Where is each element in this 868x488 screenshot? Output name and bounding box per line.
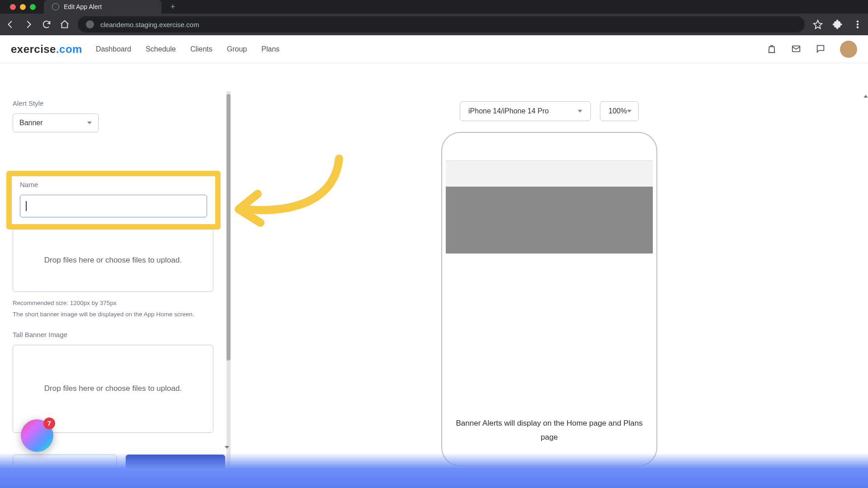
name-label: Name — [20, 181, 207, 188]
name-input[interactable] — [20, 195, 207, 217]
alert-style-value: Banner — [19, 119, 43, 127]
scrollbar-thumb[interactable] — [226, 94, 231, 361]
scroll-up-arrow-icon[interactable] — [863, 95, 867, 99]
nav-dashboard[interactable]: Dashboard — [96, 45, 131, 53]
helper-short-desc: The short banner image will be displayed… — [13, 310, 218, 320]
svg-point-0 — [857, 21, 859, 23]
short-banner-section: Short Banner Image Drop files here or ch… — [13, 215, 218, 320]
phone-status-bar — [446, 136, 653, 161]
dropzone-text-tall: Drop files here or choose files to uploa… — [44, 384, 182, 393]
zoom-select[interactable]: 100% — [600, 101, 639, 121]
chevron-down-icon — [627, 110, 632, 113]
new-tab-button[interactable]: + — [170, 2, 175, 12]
main-layout: Alert Style Banner Short Banner Image Dr… — [0, 91, 868, 466]
url-text: cleandemo.staging.exercise.com — [100, 21, 199, 28]
site-info-icon[interactable] — [86, 20, 94, 28]
reload-icon[interactable] — [42, 19, 52, 29]
helper-recommended-size: Recommended size: 1200px by 375px — [13, 298, 218, 309]
phone-screen: Banner Alerts will display on the Home p… — [446, 136, 653, 462]
extensions-icon[interactable] — [833, 19, 843, 29]
nav-group[interactable]: Group — [227, 45, 247, 53]
bottom-gradient-bar — [0, 453, 868, 488]
phone-help-message: Banner Alerts will display on the Home p… — [446, 417, 653, 444]
tab-title: Edit App Alert — [64, 3, 102, 10]
preview-pane: iPhone 14/iPhone 14 Pro 100% Banner Aler… — [231, 91, 868, 466]
svg-point-1 — [857, 23, 859, 25]
alert-style-field: Alert Style Banner — [13, 99, 218, 132]
phone-tall-banner-placeholder — [446, 187, 653, 253]
star-icon[interactable] — [813, 19, 823, 29]
scroll-down-arrow-icon[interactable] — [225, 445, 229, 449]
name-field-highlight: Name — [6, 171, 221, 230]
text-caret — [26, 201, 27, 211]
top-nav: Dashboard Schedule Clients Group Plans — [96, 45, 279, 53]
browser-tab[interactable]: Edit App Alert — [44, 0, 161, 14]
maximize-window-icon[interactable] — [30, 4, 36, 10]
forward-icon[interactable] — [24, 19, 33, 29]
menu-icon[interactable] — [853, 19, 863, 29]
tall-banner-label: Tall Banner Image — [13, 331, 218, 338]
minimize-window-icon[interactable] — [20, 4, 26, 10]
globe-icon — [52, 3, 59, 10]
avatar[interactable] — [840, 41, 857, 58]
svg-point-2 — [857, 27, 859, 28]
logo-text-left: exercise — [11, 43, 56, 55]
nav-plans[interactable]: Plans — [261, 45, 279, 53]
app-header: exercise.com Dashboard Schedule Clients … — [0, 35, 868, 63]
zoom-value: 100% — [609, 107, 627, 115]
close-window-icon[interactable] — [10, 4, 16, 10]
chevron-down-icon — [87, 122, 92, 124]
browser-toolbar: cleandemo.staging.exercise.com — [0, 14, 868, 35]
app-viewport: exercise.com Dashboard Schedule Clients … — [0, 35, 868, 488]
shopping-bag-icon[interactable] — [767, 44, 778, 55]
window-controls[interactable] — [2, 4, 44, 10]
device-select[interactable]: iPhone 14/iPhone 14 Pro — [460, 101, 591, 121]
phone-short-banner-placeholder — [446, 161, 653, 187]
logo-text-right: .com — [56, 43, 82, 55]
nav-schedule[interactable]: Schedule — [146, 45, 176, 53]
short-banner-dropzone[interactable]: Drop files here or choose files to uploa… — [13, 229, 213, 292]
browser-chrome: Edit App Alert + cleandemo.staging.exerc… — [0, 0, 868, 35]
tall-banner-dropzone[interactable]: Drop files here or choose files to uploa… — [13, 345, 213, 433]
logo[interactable]: exercise.com — [11, 43, 82, 56]
phone-frame: Banner Alerts will display on the Home p… — [441, 132, 657, 466]
chevron-down-icon — [578, 110, 582, 113]
dropzone-text: Drop files here or choose files to uploa… — [44, 256, 182, 265]
tall-banner-section: Tall Banner Image Drop files here or cho… — [13, 331, 218, 433]
home-icon[interactable] — [60, 19, 70, 29]
alert-style-select[interactable]: Banner — [13, 113, 99, 132]
nav-clients[interactable]: Clients — [190, 45, 212, 53]
mail-icon[interactable] — [791, 44, 802, 55]
form-sidebar: Alert Style Banner Short Banner Image Dr… — [0, 91, 231, 466]
back-icon[interactable] — [5, 19, 15, 29]
address-bar[interactable]: cleandemo.staging.exercise.com — [78, 16, 805, 33]
alert-style-label: Alert Style — [13, 99, 218, 107]
tab-strip: Edit App Alert + — [0, 0, 868, 14]
chat-icon[interactable] — [816, 44, 826, 55]
device-value: iPhone 14/iPhone 14 Pro — [468, 107, 549, 115]
